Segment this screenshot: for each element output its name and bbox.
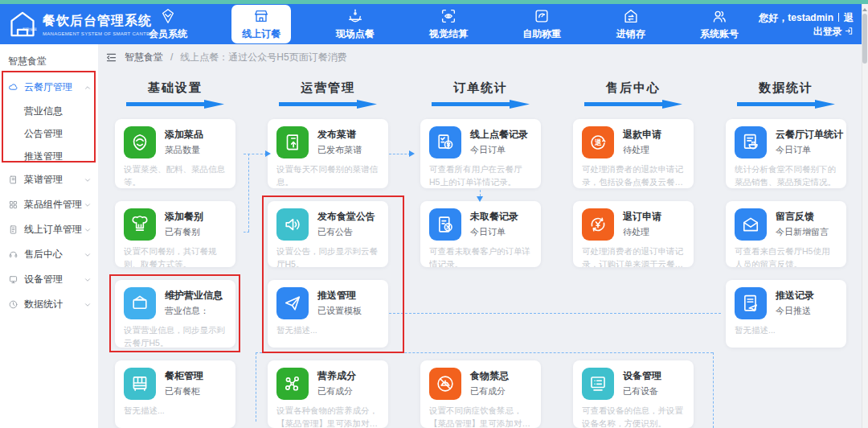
sidebar-item-aftersales[interactable]: 售后中心 bbox=[0, 242, 98, 267]
card-device-management[interactable]: 设备管理已有设备可查看设备的信息，并设置设备名称，方便识别。 bbox=[573, 360, 694, 428]
card-unsubscribe-request[interactable]: 退订申请待处理可处理消费者的退订申请记录，订购订单来源于云餐厅H5上的订单。 bbox=[573, 201, 694, 267]
card-description: 设置不同病症饮食禁忌，【菜品管理】里可添加对应的。 bbox=[429, 405, 532, 428]
scrollbar-up-arrow[interactable] bbox=[862, 6, 867, 11]
card-title: 餐柜管理 bbox=[165, 369, 203, 383]
top-navigation: 会员系统线上订餐现场点餐视觉结算自助称重进销存系统账号 bbox=[138, 4, 749, 44]
card-text: 设备管理已有设备 bbox=[623, 368, 661, 400]
sidebar-item-label: 售后中心 bbox=[24, 248, 84, 261]
card-icon-wrap bbox=[429, 208, 461, 241]
card-description: 暂无描述... bbox=[124, 405, 227, 418]
card-feedback[interactable]: 留言反馈今日新增留言可查看来自云餐厅H5使用人员的留言反馈。 bbox=[726, 201, 846, 267]
logout-icon[interactable] bbox=[845, 27, 854, 35]
scrollbar-thumb[interactable] bbox=[862, 14, 867, 64]
sidebar-item-device[interactable]: 设备管理 bbox=[0, 267, 98, 292]
card-cloud-order-stats[interactable]: 云餐厅订单统计今日订单统计分析食堂不同餐别下的菜品销售、菜品预定情况。 bbox=[726, 119, 846, 188]
scrollbar-track[interactable] bbox=[862, 4, 868, 428]
connector-line bbox=[713, 352, 714, 428]
card-icon-wrap bbox=[276, 208, 309, 241]
topnav-label: 进销存 bbox=[616, 27, 645, 41]
card-text: 推送记录今日推送 bbox=[776, 287, 814, 319]
card-description: 暂无描述... bbox=[735, 324, 837, 337]
sidebar-item-label: 菜谱管理 bbox=[24, 173, 84, 187]
chevron-down-icon bbox=[84, 276, 92, 284]
card-top: 推送管理已设置模板 bbox=[276, 287, 379, 319]
card-top: 设备管理已有设备 bbox=[582, 368, 685, 400]
card-subtitle: 菜品数量 bbox=[165, 144, 203, 156]
chevron-down-icon bbox=[84, 201, 92, 209]
card-add-dish[interactable]: 添加菜品菜品数量设置菜类、配料、菜品信息等。 bbox=[115, 119, 235, 188]
card-icon-wrap: 退 bbox=[582, 126, 614, 158]
connector-line bbox=[389, 154, 411, 154]
sidebar-item-label: 设备管理 bbox=[24, 273, 84, 286]
plate-icon bbox=[346, 7, 364, 25]
sidebar-subitem-push[interactable]: 推送管理 bbox=[0, 145, 98, 167]
card-title: 发布菜谱 bbox=[317, 128, 362, 142]
card-nutrition[interactable]: 营养成分已有成分设置各种食物的营养成分，【菜品管理】里可添加对应的食物及分... bbox=[268, 360, 388, 428]
card-subtitle: 已有餐柜 bbox=[165, 385, 203, 397]
column-title: 数据统计 bbox=[759, 80, 813, 96]
scale-icon bbox=[533, 7, 551, 25]
paper-plane-icon bbox=[282, 293, 303, 314]
sidebar-item-dish-components[interactable]: 菜品组件管理 bbox=[0, 192, 98, 217]
topnav-item-self-weighing[interactable]: 自助称重 bbox=[512, 4, 571, 44]
collapse-menu-icon[interactable] bbox=[105, 51, 117, 64]
sidebar-item-menu-management[interactable]: 菜谱管理 bbox=[0, 167, 98, 192]
topnav-item-vision-checkout[interactable]: 视觉结算 bbox=[419, 4, 478, 44]
connector-arrow bbox=[477, 196, 483, 205]
sidebar-item-cloud-restaurant[interactable]: 云餐厅管理 bbox=[0, 75, 98, 100]
card-subtitle: 营业信息： bbox=[165, 305, 223, 317]
card-top: 云餐厅订单统计今日订单 bbox=[735, 126, 837, 158]
sidebar-item-statistics[interactable]: 数据统计 bbox=[0, 292, 98, 317]
topnav-item-inventory[interactable]: 进销存 bbox=[606, 4, 656, 44]
card-refund-request[interactable]: 退退款申请待处理可处理消费者的退款申请记录，包括设备点餐及云餐厅H5上的订单..… bbox=[573, 119, 694, 188]
column-title: 基础设置 bbox=[148, 80, 203, 96]
column-header-basic-settings: 基础设置 bbox=[115, 80, 235, 109]
connector-line bbox=[256, 352, 256, 422]
breadcrumb-root[interactable]: 智慧食堂 bbox=[125, 51, 163, 64]
chevron-up-icon bbox=[84, 84, 92, 92]
card-top: 线上点餐记录今日订单 bbox=[429, 126, 532, 158]
card-top: 退退款申请待处理 bbox=[582, 126, 685, 158]
connector-arrow bbox=[409, 150, 418, 157]
card-subtitle: 待处理 bbox=[623, 144, 661, 156]
card-online-order-records[interactable]: 线上点餐记录今日订单可查看所有用户在云餐厅H5上的订单详情记录。 bbox=[420, 119, 541, 188]
card-maintain-business-info[interactable]: 维护营业信息营业信息：设置营业信息，同步显示到云餐厅H5。 bbox=[115, 280, 235, 348]
user-greeting: 您好，testadmin bbox=[759, 12, 833, 23]
card-food-taboo[interactable]: 食物禁忌已有成分设置不同病症饮食禁忌，【菜品管理】里可添加对应的。 bbox=[420, 360, 541, 428]
card-push-records[interactable]: 推送记录今日推送暂无描述... bbox=[726, 280, 846, 348]
card-publish-announcement[interactable]: 发布食堂公告已有公告设置公告，同步显示到云餐厅H5。 bbox=[268, 201, 388, 267]
doc-plane-icon bbox=[740, 293, 761, 314]
card-description: 可查看来自云餐厅H5使用人员的留言反馈。 bbox=[735, 245, 837, 267]
card-cabinet-management[interactable]: 餐柜管理已有餐柜暂无描述... bbox=[115, 360, 235, 428]
card-description: 可查看所有用户在云餐厅H5上的订单详情记录。 bbox=[429, 163, 532, 188]
card-title: 食物禁忌 bbox=[470, 369, 509, 383]
topnav-item-system-account[interactable]: 系统账号 bbox=[690, 4, 749, 44]
card-subtitle: 已有成分 bbox=[317, 385, 356, 397]
sidebar-subitem-business-info[interactable]: 营业信息 bbox=[0, 100, 98, 122]
card-top: 发布食堂公告已有公告 bbox=[276, 208, 379, 241]
card-add-meal-type[interactable]: 添加餐别已有餐别设置不同餐别，其订餐规则、取餐方式等。 bbox=[115, 201, 235, 267]
column-arrow-icon bbox=[432, 100, 530, 109]
column-arrow-icon bbox=[584, 100, 682, 109]
refund-icon: 退 bbox=[588, 132, 608, 153]
card-text: 退订申请待处理 bbox=[623, 208, 661, 241]
topnav-item-member-system[interactable]: 会员系统 bbox=[138, 4, 198, 44]
svg-text:退: 退 bbox=[595, 138, 602, 146]
card-subtitle: 已有公告 bbox=[317, 226, 375, 238]
card-text: 餐柜管理已有餐柜 bbox=[165, 368, 203, 400]
topnav-label: 自助称重 bbox=[522, 27, 561, 41]
topnav-item-online-ordering[interactable]: 线上订餐 bbox=[231, 5, 291, 43]
card-icon-wrap bbox=[582, 208, 614, 241]
card-text: 发布菜谱已发布菜谱 bbox=[317, 126, 362, 158]
card-subtitle: 待处理 bbox=[623, 226, 661, 238]
card-publish-menu[interactable]: 发布菜谱已发布菜谱设置每天不同餐别的菜谱信息。 bbox=[268, 119, 388, 188]
card-subtitle: 今日订单 bbox=[470, 226, 518, 238]
sidebar-subitem-announcement[interactable]: 公告管理 bbox=[0, 122, 98, 145]
topnav-item-onsite-ordering[interactable]: 现场点餐 bbox=[326, 4, 385, 44]
card-subtitle: 已发布菜谱 bbox=[317, 144, 362, 156]
sidebar-item-online-orders[interactable]: 线上订单管理 bbox=[0, 217, 98, 242]
column-header-aftersales-center: 售后中心 bbox=[573, 80, 694, 109]
card-push-management[interactable]: 推送管理已设置模板暂无描述... bbox=[268, 280, 388, 348]
card-unclaimed-meal-records[interactable]: 未取餐记录今日订单可查看未取餐客户的订单详情记录。 bbox=[420, 201, 541, 267]
doc-x-icon bbox=[435, 214, 456, 235]
